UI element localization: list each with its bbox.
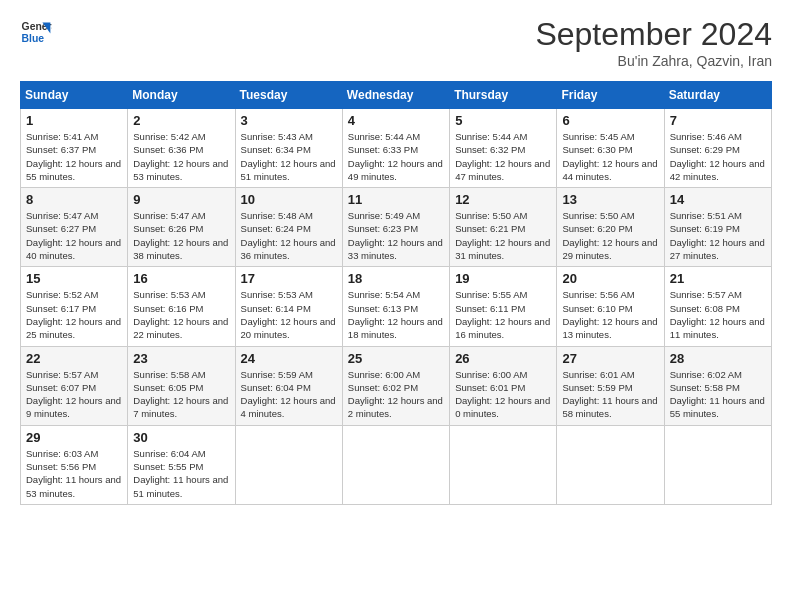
day-number: 1: [26, 113, 122, 128]
calendar-cell: 23Sunrise: 5:58 AMSunset: 6:05 PMDayligh…: [128, 346, 235, 425]
col-friday: Friday: [557, 82, 664, 109]
calendar-cell: [664, 425, 771, 504]
calendar-cell: 18Sunrise: 5:54 AMSunset: 6:13 PMDayligh…: [342, 267, 449, 346]
day-number: 5: [455, 113, 551, 128]
calendar-cell: 3Sunrise: 5:43 AMSunset: 6:34 PMDaylight…: [235, 109, 342, 188]
day-number: 14: [670, 192, 766, 207]
day-info: Sunrise: 5:47 AMSunset: 6:26 PMDaylight:…: [133, 209, 229, 262]
calendar-cell: [342, 425, 449, 504]
day-number: 27: [562, 351, 658, 366]
calendar-cell: 4Sunrise: 5:44 AMSunset: 6:33 PMDaylight…: [342, 109, 449, 188]
day-number: 12: [455, 192, 551, 207]
calendar-week-3: 15Sunrise: 5:52 AMSunset: 6:17 PMDayligh…: [21, 267, 772, 346]
day-number: 9: [133, 192, 229, 207]
col-thursday: Thursday: [450, 82, 557, 109]
calendar-cell: 8Sunrise: 5:47 AMSunset: 6:27 PMDaylight…: [21, 188, 128, 267]
day-number: 22: [26, 351, 122, 366]
calendar-cell: 22Sunrise: 5:57 AMSunset: 6:07 PMDayligh…: [21, 346, 128, 425]
title-block: September 2024 Bu'in Zahra, Qazvin, Iran: [535, 16, 772, 69]
calendar-cell: 30Sunrise: 6:04 AMSunset: 5:55 PMDayligh…: [128, 425, 235, 504]
day-info: Sunrise: 6:01 AMSunset: 5:59 PMDaylight:…: [562, 368, 658, 421]
calendar-cell: 17Sunrise: 5:53 AMSunset: 6:14 PMDayligh…: [235, 267, 342, 346]
day-info: Sunrise: 6:03 AMSunset: 5:56 PMDaylight:…: [26, 447, 122, 500]
day-number: 25: [348, 351, 444, 366]
header: General Blue September 2024 Bu'in Zahra,…: [20, 16, 772, 69]
day-number: 21: [670, 271, 766, 286]
calendar-cell: 14Sunrise: 5:51 AMSunset: 6:19 PMDayligh…: [664, 188, 771, 267]
calendar-cell: 27Sunrise: 6:01 AMSunset: 5:59 PMDayligh…: [557, 346, 664, 425]
col-tuesday: Tuesday: [235, 82, 342, 109]
day-info: Sunrise: 5:47 AMSunset: 6:27 PMDaylight:…: [26, 209, 122, 262]
calendar-cell: [235, 425, 342, 504]
day-number: 18: [348, 271, 444, 286]
calendar-cell: 20Sunrise: 5:56 AMSunset: 6:10 PMDayligh…: [557, 267, 664, 346]
calendar-cell: [450, 425, 557, 504]
day-info: Sunrise: 6:04 AMSunset: 5:55 PMDaylight:…: [133, 447, 229, 500]
page: General Blue September 2024 Bu'in Zahra,…: [0, 0, 792, 612]
day-info: Sunrise: 5:59 AMSunset: 6:04 PMDaylight:…: [241, 368, 337, 421]
calendar-cell: 2Sunrise: 5:42 AMSunset: 6:36 PMDaylight…: [128, 109, 235, 188]
calendar-week-5: 29Sunrise: 6:03 AMSunset: 5:56 PMDayligh…: [21, 425, 772, 504]
day-info: Sunrise: 5:45 AMSunset: 6:30 PMDaylight:…: [562, 130, 658, 183]
day-number: 11: [348, 192, 444, 207]
calendar-week-4: 22Sunrise: 5:57 AMSunset: 6:07 PMDayligh…: [21, 346, 772, 425]
calendar-cell: 9Sunrise: 5:47 AMSunset: 6:26 PMDaylight…: [128, 188, 235, 267]
calendar-week-1: 1Sunrise: 5:41 AMSunset: 6:37 PMDaylight…: [21, 109, 772, 188]
calendar-table: Sunday Monday Tuesday Wednesday Thursday…: [20, 81, 772, 505]
calendar-cell: 28Sunrise: 6:02 AMSunset: 5:58 PMDayligh…: [664, 346, 771, 425]
day-number: 7: [670, 113, 766, 128]
calendar-cell: 7Sunrise: 5:46 AMSunset: 6:29 PMDaylight…: [664, 109, 771, 188]
day-info: Sunrise: 5:48 AMSunset: 6:24 PMDaylight:…: [241, 209, 337, 262]
day-info: Sunrise: 5:50 AMSunset: 6:20 PMDaylight:…: [562, 209, 658, 262]
day-info: Sunrise: 5:53 AMSunset: 6:16 PMDaylight:…: [133, 288, 229, 341]
day-info: Sunrise: 5:49 AMSunset: 6:23 PMDaylight:…: [348, 209, 444, 262]
day-number: 2: [133, 113, 229, 128]
day-number: 8: [26, 192, 122, 207]
calendar-cell: 16Sunrise: 5:53 AMSunset: 6:16 PMDayligh…: [128, 267, 235, 346]
calendar-cell: 24Sunrise: 5:59 AMSunset: 6:04 PMDayligh…: [235, 346, 342, 425]
col-saturday: Saturday: [664, 82, 771, 109]
day-number: 24: [241, 351, 337, 366]
day-number: 23: [133, 351, 229, 366]
col-sunday: Sunday: [21, 82, 128, 109]
day-info: Sunrise: 5:57 AMSunset: 6:07 PMDaylight:…: [26, 368, 122, 421]
calendar-cell: 29Sunrise: 6:03 AMSunset: 5:56 PMDayligh…: [21, 425, 128, 504]
calendar-cell: 10Sunrise: 5:48 AMSunset: 6:24 PMDayligh…: [235, 188, 342, 267]
day-number: 3: [241, 113, 337, 128]
day-info: Sunrise: 5:53 AMSunset: 6:14 PMDaylight:…: [241, 288, 337, 341]
day-info: Sunrise: 5:46 AMSunset: 6:29 PMDaylight:…: [670, 130, 766, 183]
svg-text:Blue: Blue: [22, 33, 45, 44]
day-number: 26: [455, 351, 551, 366]
day-number: 29: [26, 430, 122, 445]
day-info: Sunrise: 5:57 AMSunset: 6:08 PMDaylight:…: [670, 288, 766, 341]
day-number: 6: [562, 113, 658, 128]
calendar-cell: 26Sunrise: 6:00 AMSunset: 6:01 PMDayligh…: [450, 346, 557, 425]
calendar-cell: 1Sunrise: 5:41 AMSunset: 6:37 PMDaylight…: [21, 109, 128, 188]
calendar-cell: 21Sunrise: 5:57 AMSunset: 6:08 PMDayligh…: [664, 267, 771, 346]
day-info: Sunrise: 5:44 AMSunset: 6:33 PMDaylight:…: [348, 130, 444, 183]
day-info: Sunrise: 5:54 AMSunset: 6:13 PMDaylight:…: [348, 288, 444, 341]
day-number: 28: [670, 351, 766, 366]
day-info: Sunrise: 5:58 AMSunset: 6:05 PMDaylight:…: [133, 368, 229, 421]
calendar-week-2: 8Sunrise: 5:47 AMSunset: 6:27 PMDaylight…: [21, 188, 772, 267]
day-number: 15: [26, 271, 122, 286]
col-wednesday: Wednesday: [342, 82, 449, 109]
logo-icon: General Blue: [20, 16, 52, 48]
calendar-cell: 6Sunrise: 5:45 AMSunset: 6:30 PMDaylight…: [557, 109, 664, 188]
calendar-cell: 11Sunrise: 5:49 AMSunset: 6:23 PMDayligh…: [342, 188, 449, 267]
day-info: Sunrise: 5:56 AMSunset: 6:10 PMDaylight:…: [562, 288, 658, 341]
day-number: 4: [348, 113, 444, 128]
calendar-cell: 19Sunrise: 5:55 AMSunset: 6:11 PMDayligh…: [450, 267, 557, 346]
day-info: Sunrise: 5:41 AMSunset: 6:37 PMDaylight:…: [26, 130, 122, 183]
calendar-cell: 5Sunrise: 5:44 AMSunset: 6:32 PMDaylight…: [450, 109, 557, 188]
day-number: 30: [133, 430, 229, 445]
day-info: Sunrise: 6:02 AMSunset: 5:58 PMDaylight:…: [670, 368, 766, 421]
day-info: Sunrise: 6:00 AMSunset: 6:01 PMDaylight:…: [455, 368, 551, 421]
day-number: 16: [133, 271, 229, 286]
day-info: Sunrise: 5:50 AMSunset: 6:21 PMDaylight:…: [455, 209, 551, 262]
day-info: Sunrise: 6:00 AMSunset: 6:02 PMDaylight:…: [348, 368, 444, 421]
day-number: 20: [562, 271, 658, 286]
logo: General Blue: [20, 16, 52, 48]
day-number: 17: [241, 271, 337, 286]
day-info: Sunrise: 5:52 AMSunset: 6:17 PMDaylight:…: [26, 288, 122, 341]
